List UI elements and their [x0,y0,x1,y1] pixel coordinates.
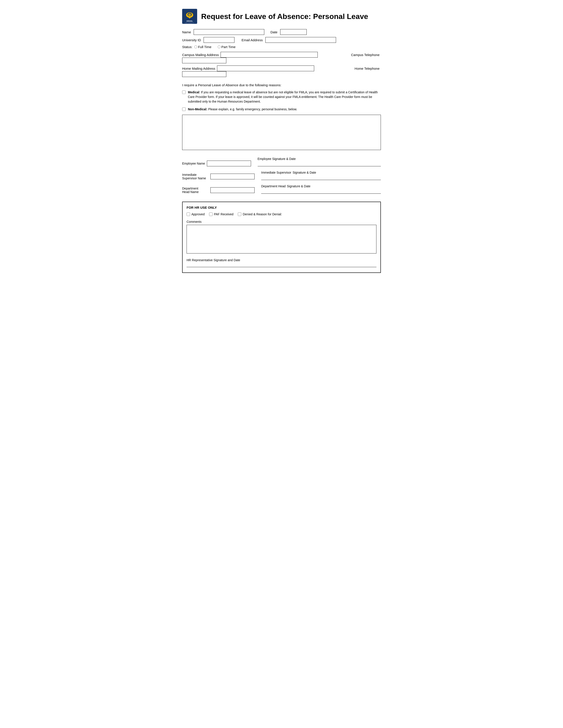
supervisor-name-left: Immediate Supervisor Name [182,173,254,180]
svg-text:UNIVERSITY: UNIVERSITY [185,22,194,24]
supervisor-sig-row: Immediate Supervisor Name Immediate Supe… [182,171,381,180]
nonmedical-bold: Non-Medical: [188,107,207,111]
denied-item[interactable]: Denied & Reason for Denial: [238,212,282,216]
campus-tel-input[interactable] [182,58,226,63]
home-addr-input[interactable] [217,66,314,71]
campus-addr-label: Campus Mailing Address [182,53,219,57]
employee-name-label: Employee Name [182,162,205,165]
employee-sig-label: Employee Signature & Date [258,157,381,161]
page-header: DREXEL UNIVERSITY Request for Leave of A… [182,9,381,24]
dept-head-sig-label: Department Head Signature & Date [261,184,381,188]
paf-item[interactable]: PAF Received [209,212,233,216]
medical-checkbox-col[interactable] [182,90,186,95]
employee-sig-row: Employee Name Employee Signature & Date [182,157,381,166]
name-date-row: Name Date [182,29,381,35]
intro-text: I require a Personal Leave of Absence du… [182,83,381,87]
date-input[interactable] [280,29,307,35]
svg-text:DREXEL: DREXEL [186,20,193,22]
denied-checkbox[interactable] [238,212,241,216]
hr-title: FOR HR USE ONLY [186,206,377,209]
supervisor-sig-line [261,175,381,180]
comments-label: Comments [186,220,377,223]
dept-head-name-label: Department Head Name [182,187,209,194]
home-tel-label: Home Telephone [355,67,380,70]
name-input[interactable] [194,29,264,35]
explanation-textarea[interactable] [182,115,381,150]
hr-comments-textarea[interactable] [186,225,377,253]
part-time-option[interactable]: Part Time [218,45,235,49]
dept-head-name-input[interactable] [210,187,254,193]
employee-sig-right: Employee Signature & Date [258,157,381,166]
uid-email-row: University ID Email Address [182,37,381,43]
nonmedical-reason-row: Non-Medical: Please explain, e.g. family… [182,107,381,112]
paf-checkbox[interactable] [209,212,212,216]
email-label: Email Address [241,38,263,42]
approved-label: Approved [191,212,205,216]
home-tel-input[interactable] [182,71,226,77]
campus-addr-row: Campus Mailing Address Campus Telephone [182,52,381,63]
supervisor-sig-label: Immediate Supervisor Signature & Date [261,171,381,174]
dept-head-sig-line [261,189,381,194]
medical-reason-text: Medical: If you are requesting a medical… [188,90,381,104]
dept-head-name-left: Department Head Name [182,187,254,194]
status-label: Status: [182,45,192,49]
page-title: Request for Leave of Absence: Personal L… [201,12,368,21]
name-label: Name [182,30,191,34]
campus-tel-label: Campus Telephone [351,53,380,57]
dept-head-sig-right: Department Head Signature & Date [261,184,381,194]
hr-sig-line [186,263,377,267]
drexel-logo: DREXEL UNIVERSITY [182,9,197,24]
dept-head-sig-row: Department Head Name Department Head Sig… [182,184,381,194]
medical-bold: Medical [188,90,199,94]
full-time-label: Full Time [198,45,211,49]
uid-label: University ID [182,38,201,42]
email-input[interactable] [265,37,336,43]
status-row: Status: Full Time Part Time [182,45,381,49]
approved-checkbox[interactable] [186,212,190,216]
svg-point-5 [188,13,191,16]
full-time-radio[interactable] [194,45,197,48]
campus-addr-input[interactable] [220,52,318,58]
medical-checkbox[interactable] [182,90,186,94]
full-time-option[interactable]: Full Time [194,45,211,49]
paf-label: PAF Received [214,212,233,216]
hr-sig-row: HR Representative Signature and Date [186,258,377,267]
hr-section: FOR HR USE ONLY Approved PAF Received De… [182,202,381,273]
approved-item[interactable]: Approved [186,212,205,216]
home-addr-label: Home Mailing Address [182,67,215,70]
employee-name-left: Employee Name [182,161,251,166]
supervisor-name-label: Immediate Supervisor Name [182,173,209,180]
uid-input[interactable] [203,37,234,43]
nonmedical-checkbox[interactable] [182,107,186,111]
nonmedical-checkbox-col[interactable] [182,107,186,112]
nonmedical-text: Please explain, e.g. family emergency, p… [207,107,297,111]
signatures-section: Employee Name Employee Signature & Date … [182,157,381,194]
medical-text: : If you are requesting a medical leave … [188,90,378,103]
nonmedical-reason-text: Non-Medical: Please explain, e.g. family… [188,107,297,112]
date-label: Date [270,30,277,34]
supervisor-sig-right: Immediate Supervisor Signature & Date [261,171,381,180]
hr-check-row: Approved PAF Received Denied & Reason fo… [186,212,377,216]
medical-reason-row: Medical: If you are requesting a medical… [182,90,381,104]
supervisor-name-input[interactable] [210,174,254,179]
part-time-label: Part Time [221,45,235,49]
denied-label: Denied & Reason for Denial: [242,212,282,216]
hr-sig-label: HR Representative Signature and Date [186,258,377,262]
home-addr-row: Home Mailing Address Home Telephone [182,66,381,77]
employee-sig-line [258,161,381,166]
employee-name-input[interactable] [207,161,251,166]
part-time-radio[interactable] [218,45,220,48]
